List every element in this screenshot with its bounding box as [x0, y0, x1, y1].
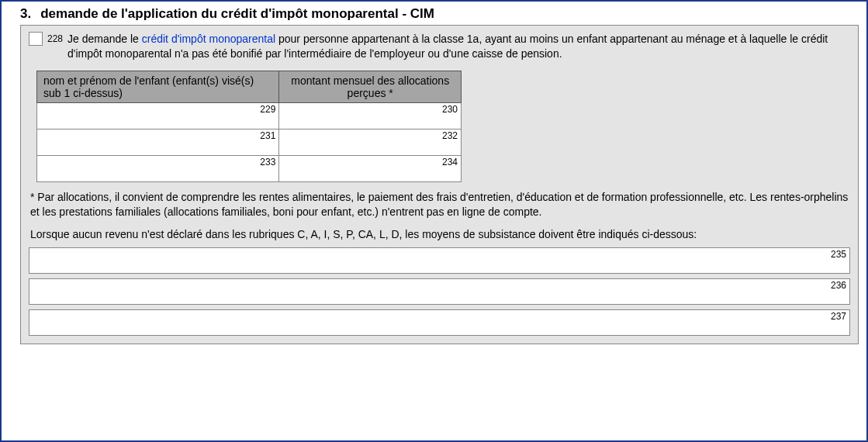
table-row: 233 234 — [37, 155, 462, 181]
field-code: 236 — [831, 280, 846, 291]
field-code: 232 — [442, 130, 458, 141]
subsistence-field[interactable]: 236 — [29, 278, 850, 305]
request-text-pre: Je demande le — [67, 33, 142, 45]
request-text: Je demande le crédit d'impôt monoparenta… — [67, 32, 850, 61]
section-title: demande de l'application du crédit d'imp… — [40, 6, 434, 22]
section-header: 3. demande de l'application du crédit d'… — [9, 6, 859, 22]
field-code: 229 — [260, 104, 275, 115]
section-number: 3. — [20, 6, 31, 22]
child-name-field[interactable]: 231 — [37, 129, 279, 155]
checkbox-code: 228 — [47, 32, 63, 46]
field-code: 233 — [260, 157, 275, 167]
checkbox-228[interactable] — [29, 32, 43, 46]
form-frame: 3. demande de l'application du crédit d'… — [0, 0, 868, 442]
subsistence-field[interactable]: 237 — [29, 309, 850, 336]
field-code: 235 — [831, 249, 846, 260]
child-amount-field[interactable]: 230 — [279, 102, 462, 129]
allocations-footnote: * Par allocations, il convient de compre… — [30, 190, 849, 219]
child-amount-field[interactable]: 234 — [279, 155, 462, 181]
child-name-field[interactable]: 233 — [37, 155, 279, 181]
subsistence-fields: 235 236 237 — [29, 247, 850, 336]
request-row: 228 Je demande le crédit d'impôt monopar… — [29, 32, 850, 61]
field-code: 234 — [442, 157, 458, 167]
table-header-name: nom et prénom de l'enfant (enfant(s) vis… — [37, 71, 279, 102]
subsistence-note: Lorsque aucun revenu n'est déclaré dans … — [30, 227, 849, 242]
children-table: nom et prénom de l'enfant (enfant(s) vis… — [36, 71, 462, 182]
child-amount-field[interactable]: 232 — [279, 129, 462, 155]
field-code: 237 — [831, 311, 846, 322]
table-row: 231 232 — [37, 129, 462, 155]
credit-link[interactable]: crédit d'impôt monoparental — [142, 33, 275, 45]
subsistence-field[interactable]: 235 — [29, 247, 850, 274]
field-code: 230 — [442, 104, 458, 115]
table-row: 229 230 — [37, 102, 462, 129]
child-name-field[interactable]: 229 — [37, 102, 279, 129]
table-header-amount: montant mensuel des allocations perçues … — [279, 71, 462, 102]
field-code: 231 — [260, 130, 275, 141]
section-panel: 228 Je demande le crédit d'impôt monopar… — [20, 25, 859, 344]
